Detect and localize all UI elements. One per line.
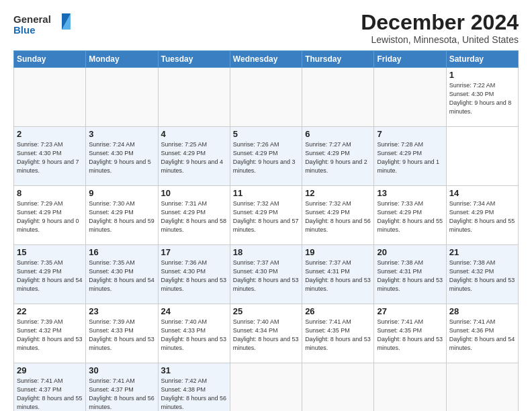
day-info: Sunrise: 7:32 AMSunset: 4:29 PMDaylight:… bbox=[233, 199, 299, 234]
week-row: 8Sunrise: 7:29 AMSunset: 4:29 PMDaylight… bbox=[14, 186, 519, 245]
day-number: 3 bbox=[89, 129, 154, 139]
day-info: Sunrise: 7:28 AMSunset: 4:29 PMDaylight:… bbox=[377, 140, 443, 175]
subtitle: Lewiston, Minnesota, United States bbox=[361, 34, 519, 45]
col-sunday: Sunday bbox=[14, 51, 86, 68]
table-cell bbox=[86, 68, 158, 127]
week-row: 29Sunrise: 7:41 AMSunset: 4:37 PMDayligh… bbox=[14, 363, 519, 411]
table-cell: 1Sunrise: 7:22 AMSunset: 4:30 PMDaylight… bbox=[446, 68, 518, 127]
day-number: 30 bbox=[89, 365, 154, 375]
day-info: Sunrise: 7:35 AMSunset: 4:30 PMDaylight:… bbox=[89, 259, 154, 293]
day-number: 6 bbox=[305, 129, 371, 139]
table-cell bbox=[230, 363, 302, 411]
table-cell: 7Sunrise: 7:28 AMSunset: 4:29 PMDaylight… bbox=[374, 127, 446, 186]
table-cell: 19Sunrise: 7:37 AMSunset: 4:31 PMDayligh… bbox=[302, 245, 374, 304]
day-number: 23 bbox=[89, 306, 154, 316]
table-cell bbox=[302, 363, 374, 411]
day-number: 10 bbox=[161, 188, 227, 198]
table-cell bbox=[374, 68, 446, 127]
day-info: Sunrise: 7:23 AMSunset: 4:30 PMDaylight:… bbox=[17, 140, 83, 175]
col-monday: Monday bbox=[86, 51, 158, 68]
day-number: 26 bbox=[305, 306, 371, 316]
table-cell: 27Sunrise: 7:41 AMSunset: 4:35 PMDayligh… bbox=[374, 304, 446, 363]
day-number: 20 bbox=[377, 247, 443, 257]
table-cell: 12Sunrise: 7:32 AMSunset: 4:29 PMDayligh… bbox=[302, 186, 374, 245]
table-cell: 8Sunrise: 7:29 AMSunset: 4:29 PMDaylight… bbox=[14, 186, 86, 245]
table-cell: 13Sunrise: 7:33 AMSunset: 4:29 PMDayligh… bbox=[374, 186, 446, 245]
day-info: Sunrise: 7:37 AMSunset: 4:30 PMDaylight:… bbox=[233, 259, 299, 293]
day-number: 16 bbox=[89, 247, 154, 257]
header-row: Sunday Monday Tuesday Wednesday Thursday… bbox=[14, 51, 519, 68]
table-cell bbox=[446, 363, 518, 411]
day-info: Sunrise: 7:31 AMSunset: 4:29 PMDaylight:… bbox=[161, 199, 227, 234]
col-friday: Friday bbox=[374, 51, 446, 68]
day-info: Sunrise: 7:36 AMSunset: 4:30 PMDaylight:… bbox=[161, 259, 227, 293]
day-info: Sunrise: 7:24 AMSunset: 4:30 PMDaylight:… bbox=[89, 140, 154, 175]
table-cell bbox=[374, 363, 446, 411]
day-number: 18 bbox=[233, 247, 299, 257]
week-row: 15Sunrise: 7:35 AMSunset: 4:29 PMDayligh… bbox=[14, 245, 519, 304]
table-cell: 29Sunrise: 7:41 AMSunset: 4:37 PMDayligh… bbox=[14, 363, 86, 411]
svg-text:Blue: Blue bbox=[13, 24, 36, 36]
day-info: Sunrise: 7:38 AMSunset: 4:32 PMDaylight:… bbox=[449, 259, 515, 293]
day-number: 19 bbox=[305, 247, 371, 257]
day-number: 24 bbox=[161, 306, 227, 316]
logo: General Blue bbox=[13, 11, 74, 38]
table-cell: 11Sunrise: 7:32 AMSunset: 4:29 PMDayligh… bbox=[230, 186, 302, 245]
table-cell: 5Sunrise: 7:26 AMSunset: 4:29 PMDaylight… bbox=[230, 127, 302, 186]
day-info: Sunrise: 7:41 AMSunset: 4:35 PMDaylight:… bbox=[305, 318, 371, 353]
table-cell bbox=[302, 68, 374, 127]
table-cell: 23Sunrise: 7:39 AMSunset: 4:33 PMDayligh… bbox=[86, 304, 158, 363]
day-info: Sunrise: 7:41 AMSunset: 4:37 PMDaylight:… bbox=[17, 377, 83, 411]
table-cell: 25Sunrise: 7:40 AMSunset: 4:34 PMDayligh… bbox=[230, 304, 302, 363]
table-cell: 17Sunrise: 7:36 AMSunset: 4:30 PMDayligh… bbox=[158, 245, 230, 304]
day-number: 17 bbox=[161, 247, 227, 257]
table-cell: 16Sunrise: 7:35 AMSunset: 4:30 PMDayligh… bbox=[86, 245, 158, 304]
day-number: 8 bbox=[17, 188, 83, 198]
col-saturday: Saturday bbox=[446, 51, 518, 68]
table-cell: 10Sunrise: 7:31 AMSunset: 4:29 PMDayligh… bbox=[158, 186, 230, 245]
title-block: December 2024 Lewiston, Minnesota, Unite… bbox=[361, 11, 519, 45]
table-cell: 28Sunrise: 7:41 AMSunset: 4:36 PMDayligh… bbox=[446, 304, 518, 363]
day-number: 15 bbox=[17, 247, 83, 257]
week-row: 2Sunrise: 7:23 AMSunset: 4:30 PMDaylight… bbox=[14, 127, 519, 186]
day-number: 14 bbox=[449, 188, 515, 198]
day-info: Sunrise: 7:30 AMSunset: 4:29 PMDaylight:… bbox=[89, 199, 154, 234]
logo-icon: General Blue bbox=[13, 11, 74, 38]
col-tuesday: Tuesday bbox=[158, 51, 230, 68]
day-info: Sunrise: 7:27 AMSunset: 4:29 PMDaylight:… bbox=[305, 140, 371, 175]
day-info: Sunrise: 7:41 AMSunset: 4:35 PMDaylight:… bbox=[377, 318, 443, 353]
day-info: Sunrise: 7:33 AMSunset: 4:29 PMDaylight:… bbox=[377, 199, 443, 234]
day-number: 28 bbox=[449, 306, 515, 316]
day-info: Sunrise: 7:26 AMSunset: 4:29 PMDaylight:… bbox=[233, 140, 299, 175]
day-info: Sunrise: 7:25 AMSunset: 4:29 PMDaylight:… bbox=[161, 140, 227, 175]
day-info: Sunrise: 7:38 AMSunset: 4:31 PMDaylight:… bbox=[377, 259, 443, 293]
day-number: 4 bbox=[161, 129, 227, 139]
main-title: December 2024 bbox=[361, 11, 519, 34]
table-cell: 24Sunrise: 7:40 AMSunset: 4:33 PMDayligh… bbox=[158, 304, 230, 363]
table-cell: 18Sunrise: 7:37 AMSunset: 4:30 PMDayligh… bbox=[230, 245, 302, 304]
day-info: Sunrise: 7:39 AMSunset: 4:32 PMDaylight:… bbox=[17, 318, 83, 353]
day-number: 27 bbox=[377, 306, 443, 316]
day-info: Sunrise: 7:40 AMSunset: 4:33 PMDaylight:… bbox=[161, 318, 227, 353]
svg-text:General: General bbox=[13, 13, 51, 25]
table-cell: 21Sunrise: 7:38 AMSunset: 4:32 PMDayligh… bbox=[446, 245, 518, 304]
week-row: 1Sunrise: 7:22 AMSunset: 4:30 PMDaylight… bbox=[14, 68, 519, 127]
table-cell: 15Sunrise: 7:35 AMSunset: 4:29 PMDayligh… bbox=[14, 245, 86, 304]
table-cell: 30Sunrise: 7:41 AMSunset: 4:37 PMDayligh… bbox=[86, 363, 158, 411]
table-cell: 20Sunrise: 7:38 AMSunset: 4:31 PMDayligh… bbox=[374, 245, 446, 304]
table-cell: 31Sunrise: 7:42 AMSunset: 4:38 PMDayligh… bbox=[158, 363, 230, 411]
week-row: 22Sunrise: 7:39 AMSunset: 4:32 PMDayligh… bbox=[14, 304, 519, 363]
day-info: Sunrise: 7:42 AMSunset: 4:38 PMDaylight:… bbox=[161, 377, 227, 411]
day-number: 9 bbox=[89, 188, 154, 198]
day-info: Sunrise: 7:39 AMSunset: 4:33 PMDaylight:… bbox=[89, 318, 154, 353]
table-cell bbox=[230, 68, 302, 127]
table-cell: 2Sunrise: 7:23 AMSunset: 4:30 PMDaylight… bbox=[14, 127, 86, 186]
day-info: Sunrise: 7:41 AMSunset: 4:37 PMDaylight:… bbox=[89, 377, 154, 411]
table-cell: 26Sunrise: 7:41 AMSunset: 4:35 PMDayligh… bbox=[302, 304, 374, 363]
table-cell bbox=[14, 68, 86, 127]
table-cell: 3Sunrise: 7:24 AMSunset: 4:30 PMDaylight… bbox=[86, 127, 158, 186]
page: General Blue December 2024 Lewiston, Min… bbox=[0, 0, 532, 411]
table-cell: 14Sunrise: 7:34 AMSunset: 4:29 PMDayligh… bbox=[446, 186, 518, 245]
day-number: 22 bbox=[17, 306, 83, 316]
day-number: 29 bbox=[17, 365, 83, 375]
